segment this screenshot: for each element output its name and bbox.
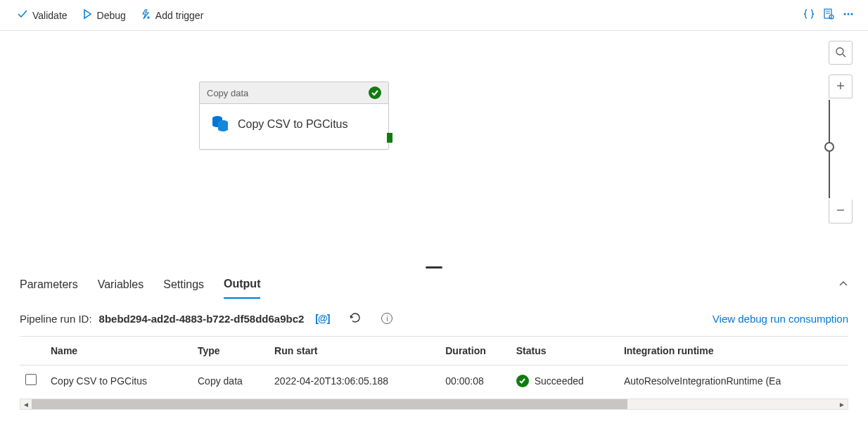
col-name[interactable]: Name	[45, 337, 192, 365]
run-id-label: Pipeline run ID:	[20, 313, 92, 325]
cell-duration: 00:00:08	[440, 365, 511, 396]
col-duration[interactable]: Duration	[440, 337, 511, 365]
zoom-stack	[829, 75, 853, 224]
node-header: Copy data	[200, 82, 388, 104]
svg-point-9	[851, 13, 853, 15]
zoom-slider[interactable]	[829, 100, 830, 198]
properties-button[interactable]	[819, 6, 838, 25]
database-icon	[211, 114, 229, 135]
tab-variables[interactable]: Variables	[98, 271, 144, 298]
cell-name: Copy CSV to PGCitus	[45, 365, 192, 396]
collapse-panel-button[interactable]	[838, 279, 848, 291]
refresh-icon	[349, 311, 362, 326]
svg-marker-0	[84, 10, 91, 18]
lightning-plus-icon	[140, 8, 151, 22]
refresh-button[interactable]	[349, 312, 362, 325]
plus-icon	[836, 81, 845, 93]
zoom-controls	[829, 41, 853, 224]
pipeline-canvas[interactable]: Copy data Copy CSV to PGCitus	[0, 31, 868, 268]
output-table: Name Type Run start Duration Status Inte…	[20, 336, 848, 396]
add-trigger-button[interactable]: Add trigger	[133, 6, 210, 25]
zoom-fit-button[interactable]	[829, 41, 853, 65]
status-text: Succeeded	[535, 375, 584, 387]
tab-output[interactable]: Output	[224, 271, 260, 299]
col-type[interactable]: Type	[192, 337, 269, 365]
table-row[interactable]: Copy CSV to PGCitus Copy data 2022-04-20…	[20, 365, 848, 396]
debug-consumption-link[interactable]: View debug run consumption	[713, 313, 848, 325]
row-checkbox[interactable]	[25, 374, 37, 385]
info-button[interactable]: i	[381, 313, 392, 324]
table-header-row: Name Type Run start Duration Status Inte…	[20, 337, 848, 365]
code-braces-button[interactable]	[799, 6, 819, 25]
check-icon	[17, 8, 28, 22]
tab-parameters[interactable]: Parameters	[20, 271, 78, 298]
validate-button[interactable]: Validate	[10, 6, 75, 25]
node-type-label: Copy data	[207, 88, 248, 98]
scroll-thumb[interactable]	[32, 399, 627, 409]
cell-type: Copy data	[192, 365, 269, 396]
svg-point-12	[836, 48, 843, 55]
chevron-up-icon	[838, 280, 848, 291]
svg-line-13	[843, 54, 845, 57]
node-output-port[interactable]	[387, 133, 392, 143]
scroll-right-icon[interactable]: ►	[836, 401, 848, 408]
success-icon	[516, 375, 529, 387]
info-icon: i	[386, 315, 388, 323]
run-id-value: 8bebd294-ad2d-4883-b722-df58dd6a9bc2	[99, 313, 305, 325]
run-info-row: Pipeline run ID: 8bebd294-ad2d-4883-b722…	[0, 301, 868, 336]
svg-point-8	[848, 13, 850, 15]
zoom-in-button[interactable]	[829, 75, 853, 98]
node-body: Copy CSV to PGCitus	[200, 104, 388, 149]
tab-settings[interactable]: Settings	[163, 271, 204, 298]
ellipsis-icon	[843, 8, 854, 22]
pipeline-toolbar: Validate Debug Add trigger	[0, 0, 868, 31]
cell-status: Succeeded	[516, 375, 613, 387]
success-icon	[369, 86, 381, 99]
col-runstart[interactable]: Run start	[269, 337, 440, 365]
col-runtime[interactable]: Integration runtime	[618, 337, 848, 365]
run-parameters-button[interactable]: [@]	[315, 313, 329, 324]
resize-grip[interactable]	[426, 266, 442, 268]
play-outline-icon	[82, 8, 93, 22]
copy-data-node[interactable]: Copy data Copy CSV to PGCitus	[199, 82, 389, 150]
more-button[interactable]	[838, 6, 858, 25]
table-hscrollbar[interactable]: ◄ ►	[20, 399, 848, 410]
node-title: Copy CSV to PGCitus	[238, 118, 348, 131]
zoom-thumb[interactable]	[824, 142, 834, 152]
col-status[interactable]: Status	[511, 337, 618, 365]
bottom-tabs: Parameters Variables Settings Output	[0, 268, 868, 301]
cell-runstart: 2022-04-20T13:06:05.188	[269, 365, 440, 396]
cell-runtime: AutoResolveIntegrationRuntime (Ea	[618, 365, 848, 396]
validate-label: Validate	[32, 10, 68, 21]
minus-icon	[836, 205, 845, 217]
zoom-out-button[interactable]	[829, 200, 853, 224]
debug-label: Debug	[97, 10, 126, 21]
scroll-left-icon[interactable]: ◄	[20, 401, 32, 408]
svg-point-7	[844, 13, 846, 15]
search-icon	[835, 46, 846, 60]
add-trigger-label: Add trigger	[155, 10, 203, 21]
braces-icon	[803, 8, 815, 22]
document-gear-icon	[823, 8, 834, 22]
debug-button[interactable]: Debug	[75, 6, 133, 25]
col-select	[20, 337, 45, 365]
